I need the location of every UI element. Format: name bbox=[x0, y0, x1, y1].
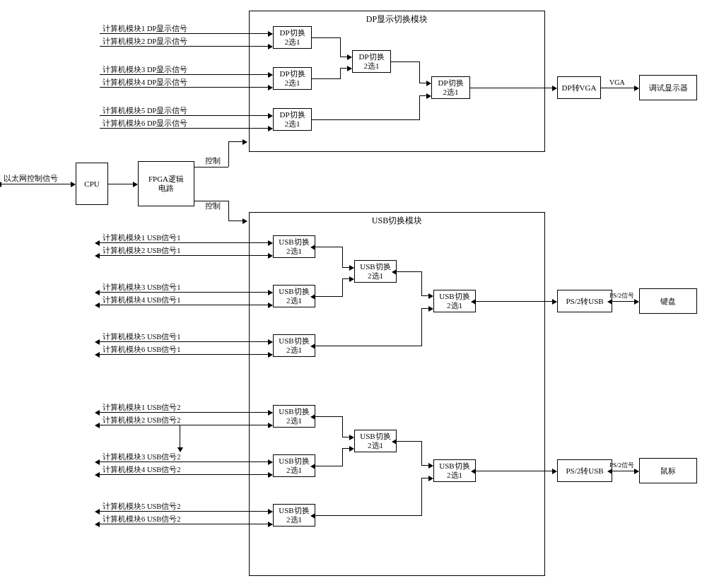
dp-sw1b: DP切换 2选1 bbox=[273, 67, 312, 90]
u1outar bbox=[552, 299, 557, 305]
u1-r6 bbox=[268, 352, 273, 358]
u1b-ar bbox=[349, 276, 354, 282]
monitor-box: 调试显示器 bbox=[639, 75, 697, 100]
u1s2ar bbox=[428, 293, 433, 299]
u1-l1 bbox=[100, 242, 268, 243]
u1ch2 bbox=[421, 308, 428, 309]
dp-sw3-l2: 2选1 bbox=[443, 88, 459, 97]
u1c-l1: USB切换 bbox=[279, 336, 309, 346]
vga-label: VGA bbox=[609, 78, 625, 86]
dp-s1a-arr bbox=[347, 54, 352, 60]
dp-s1b-v bbox=[340, 68, 341, 79]
dp-s1c-v bbox=[419, 95, 420, 120]
u1-l6 bbox=[100, 354, 268, 355]
u2s2-l1: USB切换 bbox=[360, 432, 390, 441]
dp-module-title: DP显示切换模块 bbox=[250, 13, 544, 25]
eth-arr-r bbox=[71, 182, 76, 187]
u1-al4 bbox=[95, 302, 100, 308]
eth-arr-l bbox=[0, 182, 1, 187]
u1a-l2: 2选1 bbox=[286, 247, 302, 256]
dp-in-6: 计算机模块6 DP显示信号 bbox=[103, 119, 187, 129]
u2a-l1: USB切换 bbox=[279, 407, 309, 416]
u1ah2 bbox=[342, 267, 349, 268]
cpu-box: CPU bbox=[76, 163, 108, 205]
mouse-box: 鼠标 bbox=[639, 458, 697, 483]
u1bh2 bbox=[342, 278, 349, 279]
dp-s1b-h bbox=[312, 78, 340, 79]
u2-extra-d bbox=[177, 447, 183, 452]
usb1-in-1: 计算机模块1 USB信号1 bbox=[103, 233, 181, 243]
u1-sw2: USB切换2选1 bbox=[354, 260, 397, 283]
dp-sw-label2c: 2选1 bbox=[285, 119, 300, 129]
dp-out-line bbox=[470, 88, 552, 88]
u2outar bbox=[552, 469, 557, 474]
dp-sw1c: DP切换 2选1 bbox=[273, 108, 312, 131]
dp-in-arr-4 bbox=[268, 85, 273, 90]
u2-al2 bbox=[95, 423, 100, 428]
u1-r4 bbox=[268, 302, 273, 308]
usb1-in-4: 计算机模块4 USB信号1 bbox=[103, 295, 181, 305]
ps2-ar-1 bbox=[634, 299, 639, 305]
u2-al4 bbox=[95, 472, 100, 478]
u2-sw1a: USB切换2选1 bbox=[273, 405, 315, 428]
usb-module-title: USB切换模块 bbox=[250, 215, 544, 227]
dp-sw3: DP切换 2选1 bbox=[431, 76, 470, 99]
u1-al6 bbox=[95, 352, 100, 358]
dp-sw2: DP切换 2选1 bbox=[352, 50, 391, 73]
keyboard-label: 键盘 bbox=[660, 297, 676, 306]
u1s2h bbox=[397, 271, 421, 272]
ctrl2-label: 控制 bbox=[205, 201, 221, 211]
dp-in-3: 计算机模块3 DP显示信号 bbox=[103, 65, 187, 75]
u2-al5 bbox=[95, 509, 100, 514]
keyboard-box: 键盘 bbox=[639, 288, 697, 314]
dp-s1a-h2 bbox=[340, 57, 347, 57]
dp-in-line-6 bbox=[100, 128, 268, 129]
dp-in-line-4 bbox=[100, 87, 268, 88]
ctrl1-h2 bbox=[228, 141, 243, 142]
dp-s2-h2 bbox=[419, 83, 426, 83]
ps2-line-2 bbox=[612, 471, 634, 471]
dp2vga-box: DP转VGA bbox=[557, 76, 601, 99]
dp-sw2-l1: DP切换 bbox=[358, 52, 384, 61]
vga-arr bbox=[634, 86, 639, 91]
mouse-label: 鼠标 bbox=[660, 466, 676, 476]
u2ah2 bbox=[342, 437, 349, 437]
u2av1 bbox=[342, 416, 343, 437]
u2ch1 bbox=[315, 515, 421, 516]
dp-in-line-2 bbox=[100, 46, 268, 47]
dp-in-arr-2 bbox=[268, 44, 273, 49]
dp-sw-label1c: DP切换 bbox=[279, 110, 305, 119]
fpga-label: FPGA逻辑 电路 bbox=[148, 175, 184, 192]
u2b-ar bbox=[349, 446, 354, 452]
usb2-in-6: 计算机模块6 USB信号2 bbox=[103, 514, 181, 524]
ctrl2-arr bbox=[243, 218, 247, 224]
u1-sw1c: USB切换2选1 bbox=[273, 334, 315, 357]
ctrl1-v bbox=[228, 141, 229, 167]
u2bh1 bbox=[315, 466, 342, 466]
u1-r5 bbox=[268, 339, 273, 345]
u1-al1 bbox=[95, 240, 100, 246]
u1a-ar bbox=[349, 265, 354, 271]
u2car bbox=[428, 476, 433, 481]
u1ah1 bbox=[315, 247, 342, 247]
dp-in-line-5 bbox=[100, 115, 268, 116]
u2a-ar bbox=[349, 435, 354, 440]
u2a-al bbox=[310, 414, 315, 420]
dp-in-arr-6 bbox=[268, 126, 273, 131]
usb2-in-3: 计算机模块3 USB信号2 bbox=[103, 452, 181, 462]
dp-s1c-arr bbox=[426, 93, 431, 99]
dp-in-arr-1 bbox=[268, 31, 273, 37]
dp-in-line-3 bbox=[100, 74, 268, 75]
ctrl1-h bbox=[194, 167, 228, 167]
u1bh1 bbox=[315, 296, 342, 297]
u2s2ar bbox=[428, 463, 433, 469]
u2s2v bbox=[421, 441, 422, 465]
u1-sw1b: USB切换2选1 bbox=[273, 285, 315, 307]
u2outal bbox=[471, 469, 476, 474]
u1bv1 bbox=[342, 278, 343, 297]
u1-r2 bbox=[268, 253, 273, 259]
u2-al1 bbox=[95, 410, 100, 416]
u2s2-l2: 2选1 bbox=[368, 441, 383, 450]
ethernet-label: 以太网控制信号 bbox=[4, 174, 58, 184]
u1av1 bbox=[342, 247, 343, 267]
